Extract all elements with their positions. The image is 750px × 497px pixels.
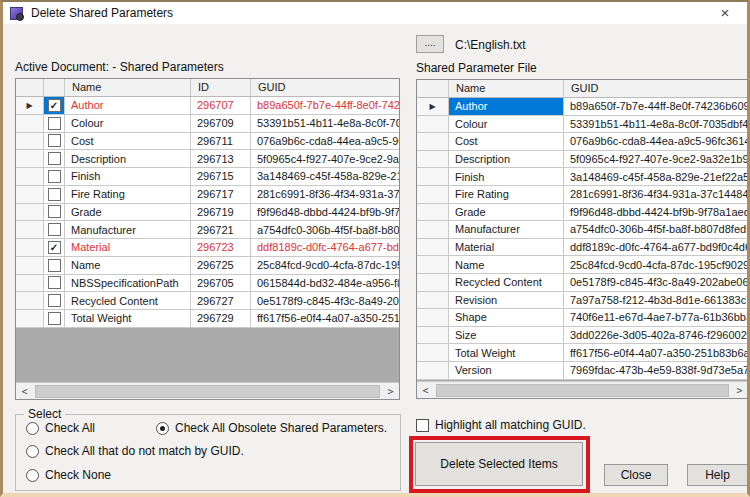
row-selector-cell[interactable] <box>417 292 449 309</box>
row-selector-cell[interactable]: ▶ <box>16 97 44 114</box>
guid-cell[interactable]: 3dd0226e-3d05-402a-8746-f296002671e6 <box>564 327 748 344</box>
row-selector-cell[interactable] <box>417 327 449 344</box>
file-grid-row[interactable]: Name25c84fcd-9cd0-4cfa-87dc-195cf9029c30 <box>417 256 748 274</box>
name-cell[interactable]: Cost <box>449 133 564 150</box>
name-cell[interactable]: Name <box>65 257 191 274</box>
radio-check-none[interactable]: Check None <box>26 468 111 482</box>
guid-cell[interactable]: a754dfc0-306b-4f5f-ba8f-b807d8fed5f6 <box>564 221 748 238</box>
active-grid-row[interactable]: NBSSpecificationPath2967050615844d-bd32-… <box>16 275 399 293</box>
scroll-left-icon[interactable]: < <box>417 385 434 396</box>
row-selector-cell[interactable] <box>417 362 449 379</box>
id-cell[interactable]: 296727 <box>191 292 251 309</box>
id-cell[interactable]: 296729 <box>191 310 251 327</box>
name-cell[interactable]: Size <box>449 327 564 344</box>
guid-cell[interactable]: 5f0965c4-f927-407e-9ce2-9a32e1b98... <box>251 150 399 167</box>
row-selector-cell[interactable]: ▶ <box>417 98 449 115</box>
file-grid-row[interactable]: Description5f0965c4-f927-407e-9ce2-9a32e… <box>417 151 748 169</box>
name-cell[interactable]: Fire Rating <box>65 186 191 203</box>
row-selector-cell[interactable] <box>16 186 44 203</box>
row-selector-cell[interactable] <box>417 204 449 221</box>
guid-cell[interactable]: 281c6991-8f36-4f34-931a-37c14484e... <box>251 186 399 203</box>
header-name[interactable]: Name <box>65 79 191 96</box>
name-cell[interactable]: Colour <box>65 115 191 132</box>
checkbox-icon[interactable]: ✓ <box>48 99 61 112</box>
row-selector-cell[interactable] <box>16 292 44 309</box>
name-cell[interactable]: Shape <box>449 309 564 326</box>
row-checkbox-cell[interactable]: ✓ <box>44 97 65 114</box>
header-name[interactable]: Name <box>449 80 564 97</box>
file-grid-row[interactable]: Gradef9f96d48-dbbd-4424-bf9b-9f78a1aed5d… <box>417 204 748 222</box>
active-grid-row[interactable]: Manufacturer296721a754dfc0-306b-4f5f-ba8… <box>16 221 399 239</box>
checkbox-icon[interactable] <box>48 117 61 130</box>
checkbox-icon[interactable] <box>48 152 61 165</box>
file-grid-row[interactable]: Shape740f6e11-e67d-4ae7-b77a-61b36bb37bd… <box>417 309 748 327</box>
row-selector-cell[interactable] <box>417 256 449 273</box>
id-cell[interactable]: 296709 <box>191 115 251 132</box>
row-selector-cell[interactable] <box>16 115 44 132</box>
row-selector-cell[interactable] <box>417 116 449 133</box>
guid-cell[interactable]: 0e5178f9-c845-4f3c-8a49-202abe06f6... <box>251 292 399 309</box>
id-cell[interactable]: 296717 <box>191 186 251 203</box>
radio-check-no-guid-match[interactable]: Check All that do not match by GUID. <box>26 444 244 458</box>
row-checkbox-cell[interactable] <box>44 133 65 150</box>
active-grid-row[interactable]: Grade296719f9f96d48-dbbd-4424-bf9b-9f78a… <box>16 204 399 222</box>
close-button[interactable]: Close <box>604 464 668 486</box>
file-grid-row[interactable]: Fire Rating281c6991-8f36-4f34-931a-37c14… <box>417 186 748 204</box>
checkbox-icon[interactable] <box>48 259 61 272</box>
checkbox-icon[interactable] <box>48 188 61 201</box>
row-checkbox-cell[interactable] <box>44 257 65 274</box>
name-cell[interactable]: Cost <box>65 133 191 150</box>
delete-selected-items-button[interactable]: Delete Selected Items <box>415 442 583 486</box>
row-checkbox-cell[interactable] <box>44 221 65 238</box>
guid-cell[interactable]: 3a148469-c45f-458a-829e-21ef22a5cf2f <box>564 168 748 185</box>
help-button[interactable]: Help <box>687 464 748 486</box>
name-cell[interactable]: Description <box>65 150 191 167</box>
id-cell[interactable]: 296725 <box>191 257 251 274</box>
guid-cell[interactable]: ddf8189c-d0fc-4764-a677-bd9f0c4d6a2d <box>564 239 748 256</box>
id-cell[interactable]: 296713 <box>191 150 251 167</box>
guid-cell[interactable]: b89a650f-7b7e-44ff-8e0f-74236b609694 <box>251 97 399 114</box>
name-cell[interactable]: Fire Rating <box>449 186 564 203</box>
row-selector-cell[interactable] <box>417 168 449 185</box>
scroll-right-icon[interactable]: > <box>731 385 748 396</box>
guid-cell[interactable]: f9f96d48-dbbd-4424-bf9b-9f78a1aed5d0 <box>564 204 748 221</box>
name-cell[interactable]: Colour <box>449 116 564 133</box>
name-cell[interactable]: Total Weight <box>449 344 564 361</box>
active-grid-row[interactable]: Fire Rating296717281c6991-8f36-4f34-931a… <box>16 186 399 204</box>
row-selector-cell[interactable] <box>16 310 44 327</box>
file-grid-row[interactable]: Total Weightff617f56-e0f4-4a07-a350-251b… <box>417 344 748 362</box>
guid-cell[interactable]: ff617f56-e0f4-4a07-a350-251b83b6a0df <box>251 310 399 327</box>
guid-cell[interactable]: 076a9b6c-cda8-44ea-a9c5-96fc3614b... <box>251 133 399 150</box>
row-checkbox-cell[interactable] <box>44 186 65 203</box>
id-cell[interactable]: 296721 <box>191 221 251 238</box>
row-selector-cell[interactable] <box>417 186 449 203</box>
active-grid-row[interactable]: Description2967135f0965c4-f927-407e-9ce2… <box>16 150 399 168</box>
checkbox-icon[interactable] <box>48 205 61 218</box>
name-cell[interactable]: Finish <box>449 168 564 185</box>
guid-cell[interactable]: ddf8189c-d0fc-4764-a677-bd9f0c4d6a... <box>251 239 399 256</box>
checkbox-icon[interactable] <box>48 223 61 236</box>
file-grid-row[interactable]: Revision7a97a758-f212-4b3d-8d1e-661383c7… <box>417 292 748 310</box>
guid-cell[interactable]: 5f0965c4-f927-407e-9ce2-9a32e1b983d5 <box>564 151 748 168</box>
header-guid[interactable]: GUID <box>564 80 748 97</box>
row-selector-cell[interactable] <box>417 221 449 238</box>
name-cell[interactable]: Material <box>65 239 191 256</box>
close-icon[interactable]: × <box>713 3 737 23</box>
browse-button[interactable]: .... <box>416 35 444 53</box>
row-checkbox-cell[interactable] <box>44 275 65 292</box>
checkbox-icon[interactable] <box>48 312 61 325</box>
name-cell[interactable]: Total Weight <box>65 310 191 327</box>
file-grid-row[interactable]: Cost076a9b6c-cda8-44ea-a9c5-96fc3614bc28 <box>417 133 748 151</box>
scroll-right-icon[interactable]: > <box>382 386 399 397</box>
row-selector-cell[interactable] <box>16 275 44 292</box>
guid-cell[interactable]: 740f6e11-e67d-4ae7-b77a-61b36bb37bde <box>564 309 748 326</box>
active-grid-row[interactable]: Name29672525c84fcd-9cd0-4cfa-87dc-195cf9… <box>16 257 399 275</box>
name-cell[interactable]: Grade <box>65 204 191 221</box>
guid-cell[interactable]: 0615844d-bd32-484e-a956-f886a7e3f... <box>251 275 399 292</box>
guid-cell[interactable]: ff617f56-e0f4-4a07-a350-251b83b6a0df <box>564 344 748 361</box>
row-selector-cell[interactable] <box>16 257 44 274</box>
name-cell[interactable]: Revision <box>449 292 564 309</box>
radio-check-all[interactable]: Check All <box>26 421 95 435</box>
row-selector-cell[interactable] <box>16 239 44 256</box>
row-selector-cell[interactable] <box>16 168 44 185</box>
